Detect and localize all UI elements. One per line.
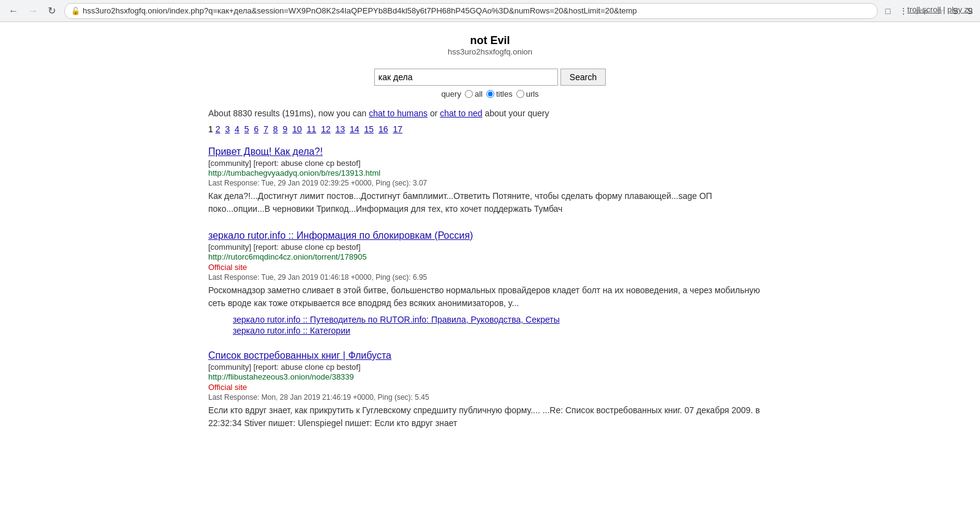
result-3: Список востребованных книг | Флибуста [c… <box>208 350 772 430</box>
troll-scroll-link[interactable]: troll scroll <box>907 5 941 14</box>
result-title-link[interactable]: зеркало rutor.info :: Информация по блок… <box>208 230 473 241</box>
result-1: Привет Двощ! Как дела?! [community] [rep… <box>208 146 772 215</box>
result-snippet: Если кто вдруг знает, как прикрутить к Г… <box>208 404 772 430</box>
pagination-page-11[interactable]: 11 <box>307 124 317 134</box>
site-title: not Evil <box>208 34 772 47</box>
search-input[interactable] <box>374 69 558 86</box>
search-row: Search <box>208 69 772 86</box>
sub-results: зеркало rutor.info :: Путеводитель по RU… <box>233 315 772 335</box>
result-title: Список востребованных книг | Флибуста <box>208 350 772 361</box>
result-snippet: Роскомнадзор заметно сливает в этой битв… <box>208 284 772 310</box>
pagination-page-2[interactable]: 2 <box>216 124 221 134</box>
results-container: Привет Двощ! Как дела?! [community] [rep… <box>208 146 772 430</box>
result-url: http://flibustahezeous3.onion/node/38339 <box>208 372 772 381</box>
result-meta: [community] [report: abuse clone cp best… <box>208 362 772 372</box>
query-label: query <box>441 89 461 99</box>
sub-result-link[interactable]: зеркало rutor.info :: Категории <box>233 326 772 335</box>
reload-button[interactable]: ↻ <box>44 4 59 18</box>
top-right-links: troll scroll | play zo <box>907 5 973 14</box>
search-form: Search query all titles urls <box>208 69 772 99</box>
official-site-label: Official site <box>208 263 772 272</box>
pagination-page-6[interactable]: 6 <box>254 124 258 134</box>
about-text: about your query <box>484 108 549 118</box>
urls-option[interactable]: urls <box>516 89 539 99</box>
all-radio[interactable] <box>465 90 473 98</box>
result-title: Привет Двощ! Как дела?! <box>208 146 772 157</box>
pagination-page-9[interactable]: 9 <box>283 124 288 134</box>
result-meta: [community] [report: abuse clone cp best… <box>208 242 772 252</box>
extensions-button[interactable]: □ <box>883 5 892 17</box>
pagination-page-3[interactable]: 3 <box>225 124 230 134</box>
pagination-page-12[interactable]: 12 <box>321 124 331 134</box>
urls-radio[interactable] <box>516 90 524 98</box>
page-content: not Evil hss3uro2hsxfogfq.onion Search q… <box>184 22 796 457</box>
pagination-page-8[interactable]: 8 <box>273 124 278 134</box>
pagination-current: 1 <box>208 124 216 134</box>
search-button[interactable]: Search <box>560 69 606 86</box>
results-info: About 8830 results (191ms), now you can … <box>208 108 772 118</box>
lock-icon: 🔓 <box>71 7 80 15</box>
browser-chrome: ← → ↻ 🔓 hss3uro2hsxfogfq.onion/index.php… <box>0 0 980 22</box>
pagination-page-13[interactable]: 13 <box>336 124 345 134</box>
result-ping: Last Response: Tue, 29 Jan 2019 02:39:25… <box>208 179 772 187</box>
sub-result-link[interactable]: зеркало rutor.info :: Путеводитель по RU… <box>233 315 772 324</box>
nav-buttons: ← → ↻ <box>5 4 59 18</box>
site-header: not Evil hss3uro2hsxfogfq.onion <box>208 34 772 56</box>
pagination-page-16[interactable]: 16 <box>379 124 388 134</box>
chat-ned-link[interactable]: chat to ned <box>440 108 482 118</box>
pagination-page-4[interactable]: 4 <box>235 124 239 134</box>
pagination-page-15[interactable]: 15 <box>364 124 374 134</box>
pagination-page-17[interactable]: 17 <box>393 124 402 134</box>
back-button[interactable]: ← <box>5 4 22 18</box>
address-text: hss3uro2hsxfogfq.onion/index.php?q=как+д… <box>83 6 871 15</box>
result-2: зеркало rutor.info :: Информация по блок… <box>208 230 772 335</box>
official-site-label: Official site <box>208 383 772 392</box>
pagination-page-5[interactable]: 5 <box>244 124 249 134</box>
result-ping: Last Response: Mon, 28 Jan 2019 21:46:19… <box>208 393 772 402</box>
site-subtitle: hss3uro2hsxfogfq.onion <box>208 47 772 56</box>
result-title-link[interactable]: Привет Двощ! Как дела?! <box>208 146 323 157</box>
or-text: or <box>430 108 437 118</box>
result-snippet: Как дела?!...Достигнут лимит постов...До… <box>208 190 772 215</box>
titles-option[interactable]: titles <box>486 89 513 99</box>
all-option[interactable]: all <box>465 89 483 99</box>
result-meta: [community] [report: abuse clone cp best… <box>208 159 772 168</box>
pagination-page-14[interactable]: 14 <box>350 124 360 134</box>
pagination: 1 2 3 4 5 6 7 8 9 10 11 12 13 14 15 16 1… <box>208 124 772 134</box>
result-url: http://tumbachegvyaadyq.onion/b/res/1391… <box>208 168 772 178</box>
address-bar[interactable]: 🔓 hss3uro2hsxfogfq.onion/index.php?q=как… <box>64 3 878 19</box>
result-title: зеркало rutor.info :: Информация по блок… <box>208 230 772 241</box>
pagination-page-7[interactable]: 7 <box>263 124 268 134</box>
result-url: http://rutorc6mqdinc4cz.onion/torrent/17… <box>208 252 772 261</box>
forward-button[interactable]: → <box>24 4 42 18</box>
play-zo-link[interactable]: play zo <box>948 5 973 14</box>
result-ping: Last Response: Tue, 29 Jan 2019 01:46:18… <box>208 273 772 282</box>
titles-radio[interactable] <box>486 90 494 98</box>
results-text: About 8830 results (191ms), now you can <box>208 108 366 118</box>
result-title-link[interactable]: Список востребованных книг | Флибуста <box>208 350 391 361</box>
search-options: query all titles urls <box>208 89 772 99</box>
pagination-page-10[interactable]: 10 <box>292 124 302 134</box>
chat-humans-link[interactable]: chat to humans <box>369 108 428 118</box>
